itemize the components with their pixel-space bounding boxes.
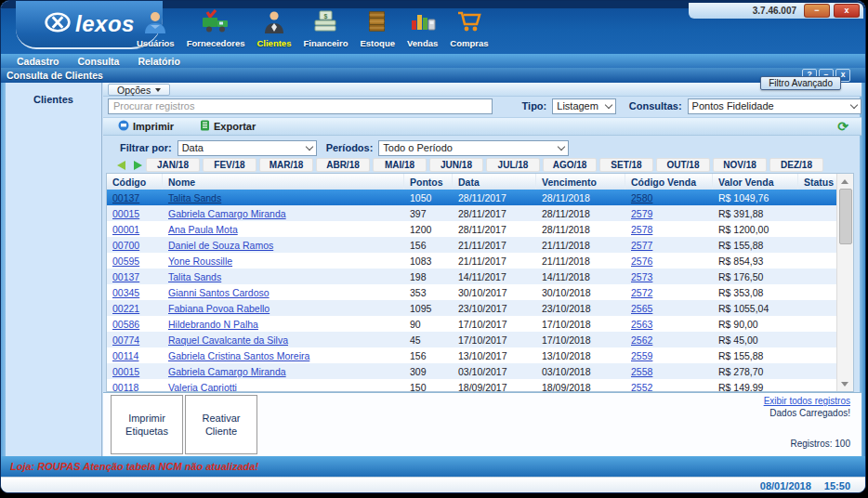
nav-item-vendas[interactable]: Vendas: [404, 9, 441, 48]
export-button[interactable]: Exportar: [194, 119, 261, 134]
nome-link[interactable]: Talita Sands: [168, 271, 221, 282]
nome-link[interactable]: Gabriela Camargo Miranda: [168, 208, 286, 219]
column-header-data[interactable]: Data: [453, 174, 536, 190]
codigo-link[interactable]: 00221: [112, 303, 139, 314]
nav-item-usuarios[interactable]: Usuários: [134, 9, 178, 48]
nome-link[interactable]: Gianni Santos Cardoso: [168, 287, 270, 298]
codigo-link[interactable]: 00345: [112, 287, 139, 298]
codigo-link[interactable]: 00001: [112, 224, 139, 235]
advanced-filter-button[interactable]: Filtro Avançado: [760, 76, 841, 90]
column-header-vencimento[interactable]: Vencimento: [536, 174, 625, 190]
scrollbar-thumb[interactable]: [839, 189, 852, 244]
periods-select[interactable]: Todo o Período: [378, 140, 569, 156]
column-header-pontos[interactable]: Pontos: [404, 174, 453, 190]
codigo-link[interactable]: 00015: [112, 208, 139, 219]
nome-link[interactable]: Yone Roussille: [168, 256, 232, 267]
codigo-link[interactable]: 00700: [112, 240, 139, 251]
nav-item-financeiro[interactable]: $Financeiro: [300, 9, 350, 48]
codigo-link[interactable]: 00586: [112, 319, 139, 330]
codigo-link[interactable]: 00137: [112, 271, 139, 282]
table-row[interactable]: 00137Talita Sands19814/11/201714/11/2018…: [107, 269, 837, 284]
table-row[interactable]: 00774Raquel Cavalcante da Silva4517/10/2…: [107, 332, 837, 347]
column-header-codigo[interactable]: Código: [107, 174, 163, 190]
column-header-nome[interactable]: Nome: [163, 174, 404, 190]
codigo_venda-link[interactable]: 2578: [631, 224, 652, 235]
table-row[interactable]: 00137Talita Sands105028/11/201728/11/201…: [107, 190, 837, 205]
table-row[interactable]: 00700Daniel de Souza Ramos15621/11/20172…: [107, 237, 837, 253]
table-row[interactable]: 00221Fabiana Povoa Rabello109523/10/2017…: [107, 300, 837, 316]
codigo_venda-link[interactable]: 2576: [631, 256, 652, 267]
codigo_venda-link[interactable]: 2573: [631, 271, 652, 282]
prev-month-arrow-icon[interactable]: [116, 160, 128, 171]
filter-by-select[interactable]: Data: [178, 140, 317, 156]
month-tab-jan-18[interactable]: JAN/18: [146, 158, 200, 172]
codigo_venda-link[interactable]: 2562: [631, 334, 652, 346]
month-tab-out-18[interactable]: OUT/18: [656, 158, 710, 172]
nav-item-compras[interactable]: Compras: [447, 9, 491, 48]
month-tab-nov-18[interactable]: NOV/18: [713, 158, 767, 172]
menu-item-cadastro[interactable]: Cadastro: [8, 56, 68, 67]
table-row[interactable]: 00118Valeria Capriotti15018/09/201718/09…: [107, 379, 837, 391]
table-row[interactable]: 00015Gabriela Camargo Miranda39728/11/20…: [107, 205, 837, 221]
vertical-scrollbar[interactable]: [836, 174, 853, 391]
print-labels-button[interactable]: Imprimir Etiquetas: [111, 395, 183, 454]
codigo-link[interactable]: 00118: [112, 382, 138, 392]
codigo_venda-link[interactable]: 2565: [631, 303, 652, 314]
nome-link[interactable]: Gabriela Cristina Santos Moreira: [168, 350, 309, 361]
nome-link[interactable]: Gabriela Camargo Miranda: [168, 366, 286, 377]
nome-link[interactable]: Ana Paula Mota: [168, 224, 238, 235]
table-row[interactable]: 00595Yone Roussille108321/11/201721/11/2…: [107, 253, 837, 269]
month-tab-jun-18[interactable]: JUN/18: [429, 158, 483, 172]
queries-select[interactable]: Pontos Fidelidade: [688, 98, 861, 114]
codigo-link[interactable]: 00137: [112, 192, 139, 203]
nav-item-estoque[interactable]: Estoque: [358, 9, 398, 48]
nav-item-clientes[interactable]: Clientes: [254, 9, 294, 48]
nome-link[interactable]: Daniel de Souza Ramos: [168, 240, 273, 251]
month-tab-mai-18[interactable]: MAI/18: [373, 158, 427, 172]
column-header-status[interactable]: Status: [798, 174, 837, 190]
search-input[interactable]: [108, 98, 493, 114]
codigo-link[interactable]: 00774: [112, 334, 139, 346]
menu-item-relatorio[interactable]: Relatório: [129, 56, 189, 67]
month-tab-fev-18[interactable]: FEV/18: [203, 158, 256, 172]
codigo_venda-link[interactable]: 2552: [631, 382, 652, 392]
table-row[interactable]: 00001Ana Paula Mota120028/11/201728/11/2…: [107, 221, 837, 237]
close-button[interactable]: x: [834, 4, 860, 18]
codigo-link[interactable]: 00015: [112, 366, 139, 377]
column-header-codigo_venda[interactable]: Código Venda: [625, 174, 713, 190]
minimize-button[interactable]: −: [804, 4, 830, 18]
nav-item-fornecedores[interactable]: Fornecedores: [184, 9, 248, 48]
next-month-arrow-icon[interactable]: [131, 160, 143, 171]
month-tab-abr-18[interactable]: ABR/18: [316, 158, 370, 172]
codigo-link[interactable]: 00595: [112, 256, 139, 267]
menu-item-consulta[interactable]: Consulta: [70, 56, 128, 67]
table-row[interactable]: 00586Hildebrando N Palha9017/10/201717/1…: [107, 316, 837, 332]
month-tab-mar-18[interactable]: MAR/18: [259, 158, 313, 172]
nome-link[interactable]: Raquel Cavalcante da Silva: [168, 334, 288, 346]
options-button[interactable]: Opções: [108, 84, 170, 96]
codigo_venda-link[interactable]: 2580: [631, 192, 652, 203]
codigo_venda-link[interactable]: 2579: [631, 208, 652, 219]
scroll-up-icon[interactable]: [839, 176, 850, 187]
reactivate-client-button[interactable]: Reativar Cliente: [185, 395, 257, 454]
nome-link[interactable]: Fabiana Povoa Rabello: [168, 303, 270, 314]
month-tab-dez-18[interactable]: DEZ/18: [769, 158, 823, 172]
type-select[interactable]: Listagem: [552, 98, 615, 114]
month-tab-ago-18[interactable]: AGO/18: [543, 158, 597, 172]
codigo_venda-link[interactable]: 2559: [631, 350, 652, 361]
codigo_venda-link[interactable]: 2572: [631, 287, 652, 298]
table-row[interactable]: 00015Gabriela Camargo Miranda30903/10/20…: [107, 363, 837, 379]
print-button[interactable]: Imprimir: [112, 119, 179, 134]
nome-link[interactable]: Talita Sands: [168, 192, 221, 203]
table-row[interactable]: 00114Gabriela Cristina Santos Moreira156…: [107, 347, 837, 363]
codigo_venda-link[interactable]: 2563: [631, 319, 652, 330]
codigo_venda-link[interactable]: 2577: [631, 240, 652, 251]
refresh-icon[interactable]: ⟳: [832, 119, 854, 134]
nome-link[interactable]: Hildebrando N Palha: [168, 319, 258, 330]
nome-link[interactable]: Valeria Capriotti: [168, 382, 237, 392]
show-all-records-link[interactable]: Exibir todos registros: [764, 396, 850, 406]
codigo_venda-link[interactable]: 2558: [631, 366, 652, 377]
scroll-down-icon[interactable]: [839, 378, 850, 389]
month-tab-set-18[interactable]: SET/18: [599, 158, 653, 172]
month-tab-jul-18[interactable]: JUL/18: [486, 158, 540, 172]
